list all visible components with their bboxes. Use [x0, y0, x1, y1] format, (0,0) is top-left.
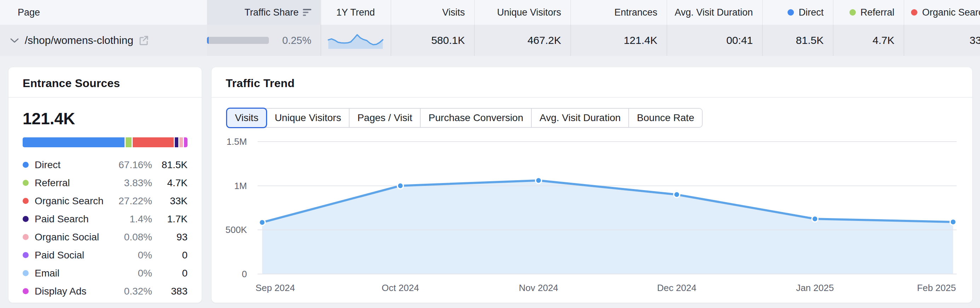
organic-search-legend-dot: [911, 9, 917, 16]
svg-text:Feb 2025: Feb 2025: [917, 282, 956, 293]
traffic-trend-header: Traffic Trend: [212, 67, 972, 97]
trend-tab-visits[interactable]: Visits: [227, 109, 266, 127]
sparkline-chart: [327, 30, 384, 51]
source-label: Organic Social: [35, 231, 106, 243]
source-list-item[interactable]: Direct 67.16% 81.5K: [23, 156, 188, 174]
source-value: 0: [152, 250, 188, 261]
svg-text:Dec 2024: Dec 2024: [657, 282, 696, 293]
source-value: 81.5K: [152, 159, 188, 171]
avg-visit-duration-cell: 00:41: [667, 25, 762, 56]
source-list-item[interactable]: Organic Social 0.08% 93: [23, 228, 188, 246]
trend-sparkline-cell: [321, 25, 391, 56]
source-color-dot: [23, 180, 29, 186]
source-label: Paid Social: [35, 250, 106, 261]
source-color-dot: [23, 252, 29, 258]
source-value: 383: [152, 286, 188, 297]
svg-text:500K: 500K: [225, 225, 247, 235]
column-header-avg-visit-duration[interactable]: Avg. Visit Duration: [667, 0, 762, 25]
source-percent: 0%: [106, 268, 152, 279]
source-percent: 0%: [106, 250, 152, 261]
page-cell: /shop/womens-clothing: [0, 25, 207, 56]
source-bar-segment: [133, 137, 174, 147]
trend-tab-unique-visitors[interactable]: Unique Visitors: [266, 109, 349, 127]
source-value: 4.7K: [152, 177, 188, 189]
source-list-item[interactable]: Organic Search 27.22% 33K: [23, 192, 188, 210]
trend-tab-purchase-conversion[interactable]: Purchase Conversion: [420, 109, 531, 127]
page-path[interactable]: /shop/womens-clothing: [25, 34, 134, 46]
sources-list: Direct 67.16% 81.5K Referral 3.83% 4.7K …: [23, 156, 188, 300]
source-bar-segment: [175, 137, 178, 147]
sources-stacked-bar: [23, 137, 188, 147]
column-header-traffic-share[interactable]: Traffic Share: [207, 0, 321, 25]
traffic-trend-card: Traffic Trend VisitsUnique VisitorsPages…: [212, 67, 972, 303]
source-percent: 0.32%: [106, 286, 152, 297]
svg-text:1.5M: 1.5M: [226, 136, 247, 147]
column-header-organic-search[interactable]: Organic Search: [904, 0, 980, 25]
source-percent: 67.16%: [106, 159, 152, 171]
unique-visitors-cell: 467.2K: [474, 25, 570, 56]
source-list-item[interactable]: Display Ads 0.32% 383: [23, 282, 188, 300]
column-header-entrances[interactable]: Entrances: [570, 0, 667, 25]
visits-cell: 580.1K: [391, 25, 474, 56]
source-label: Referral: [35, 177, 106, 189]
table-header: Page Traffic Share 1Y Trend Visits Uniqu…: [0, 0, 980, 25]
source-bar-segment: [184, 137, 188, 147]
trend-tab-bounce-rate[interactable]: Bounce Rate: [628, 109, 702, 127]
source-label: Display Ads: [35, 286, 106, 297]
analytics-page: { "table": { "header": { "page": "Page",…: [0, 0, 980, 308]
entrance-sources-card: Entrance Sources 121.4K Direct 67.16% 81…: [8, 67, 202, 303]
source-bar-segment: [126, 137, 131, 147]
traffic-share-fill: [207, 37, 209, 44]
column-header-unique-visitors[interactable]: Unique Visitors: [474, 0, 570, 25]
source-color-dot: [23, 198, 29, 204]
column-header-referral[interactable]: Referral: [833, 0, 904, 25]
source-bar-segment: [23, 137, 124, 147]
svg-text:Jan 2025: Jan 2025: [796, 282, 834, 293]
svg-text:Sep 2024: Sep 2024: [255, 282, 295, 293]
source-label: Direct: [35, 159, 106, 171]
source-color-dot: [23, 270, 29, 276]
entrances-total: 121.4K: [23, 109, 188, 128]
source-percent: 3.83%: [106, 177, 152, 189]
organic-search-cell: 33K: [904, 25, 980, 56]
source-value: 1.7K: [152, 214, 188, 225]
svg-text:0: 0: [242, 269, 247, 279]
card-divider: [8, 97, 202, 98]
source-percent: 27.22%: [106, 195, 152, 207]
source-value: 93: [152, 231, 188, 243]
svg-text:Oct 2024: Oct 2024: [382, 282, 419, 293]
traffic-trend-chart: 0500K1M1.5MSep 2024Oct 2024Nov 2024Dec 2…: [212, 131, 972, 301]
column-header-visits[interactable]: Visits: [391, 0, 474, 25]
source-label: Organic Search: [35, 195, 106, 207]
entrance-sources-title: Entrance Sources: [23, 77, 188, 90]
source-bar-segment: [179, 137, 183, 147]
trend-tab-avg-visit-duration[interactable]: Avg. Visit Duration: [531, 109, 628, 127]
column-header-direct[interactable]: Direct: [762, 0, 833, 25]
column-header-page[interactable]: Page: [0, 0, 207, 25]
source-list-item[interactable]: Email 0% 0: [23, 264, 188, 282]
traffic-trend-title: Traffic Trend: [226, 77, 958, 90]
table-row[interactable]: /shop/womens-clothing 0.25% 580.1K 467.2…: [0, 25, 980, 56]
external-link-icon[interactable]: [138, 35, 149, 46]
source-list-item[interactable]: Paid Social 0% 0: [23, 246, 188, 264]
source-list-item[interactable]: Referral 3.83% 4.7K: [23, 174, 188, 192]
source-color-dot: [23, 288, 29, 294]
traffic-share-percent: 0.25%: [282, 35, 311, 46]
card-divider: [212, 97, 972, 98]
source-list-item[interactable]: Paid Search 1.4% 1.7K: [23, 210, 188, 228]
chevron-down-icon[interactable]: [10, 38, 19, 43]
entrances-cell: 121.4K: [570, 25, 667, 56]
traffic-share-cell: 0.25%: [207, 25, 321, 56]
trend-tab-pages-visit[interactable]: Pages / Visit: [349, 109, 420, 127]
referral-cell: 4.7K: [833, 25, 904, 56]
trend-metric-tabs: VisitsUnique VisitorsPages / VisitPurcha…: [226, 108, 703, 128]
source-color-dot: [23, 234, 29, 240]
direct-cell: 81.5K: [762, 25, 833, 56]
sort-descending-icon: [303, 9, 311, 16]
column-header-1y-trend[interactable]: 1Y Trend: [321, 0, 391, 25]
source-percent: 0.08%: [106, 231, 152, 243]
entrance-sources-header: Entrance Sources: [8, 67, 202, 97]
referral-legend-dot: [850, 9, 856, 16]
direct-legend-dot: [788, 9, 794, 16]
traffic-share-bar: [207, 37, 269, 44]
